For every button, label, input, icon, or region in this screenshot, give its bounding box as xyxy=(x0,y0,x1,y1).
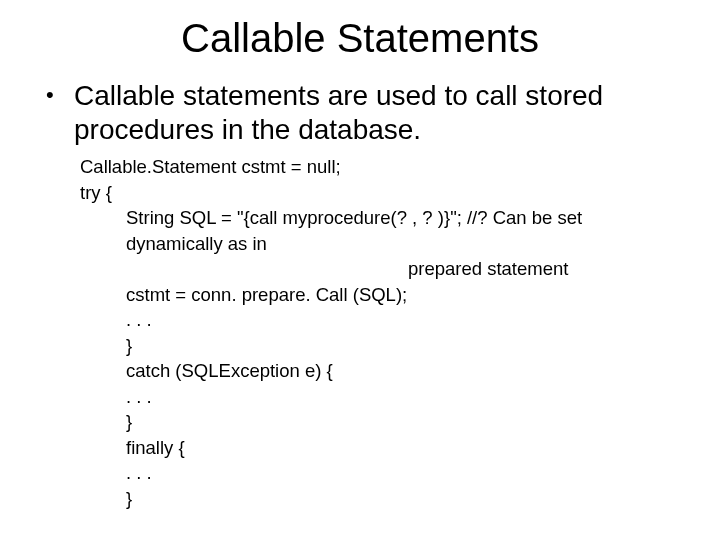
code-line: finally { xyxy=(80,435,680,461)
code-line: String SQL = "{call myprocedure(? , ? )}… xyxy=(80,205,680,256)
code-block: Callable.Statement cstmt = null; try { S… xyxy=(40,154,680,511)
slide: Callable Statements • Callable statement… xyxy=(0,0,720,540)
code-line: . . . xyxy=(80,384,680,410)
code-line: } xyxy=(80,409,680,435)
code-line: Callable.Statement cstmt = null; xyxy=(80,154,680,180)
code-line: prepared statement xyxy=(80,256,680,282)
bullet-item: • Callable statements are used to call s… xyxy=(40,79,680,146)
bullet-text: Callable statements are used to call sto… xyxy=(74,79,680,146)
code-line: . . . xyxy=(80,460,680,486)
code-line: } xyxy=(80,486,680,512)
code-line: catch (SQLException e) { xyxy=(80,358,680,384)
code-line: } xyxy=(80,333,680,359)
bullet-marker: • xyxy=(40,79,74,111)
slide-title: Callable Statements xyxy=(40,16,680,61)
code-line: cstmt = conn. prepare. Call (SQL); xyxy=(80,282,680,308)
code-line: . . . xyxy=(80,307,680,333)
code-line: try { xyxy=(80,180,680,206)
